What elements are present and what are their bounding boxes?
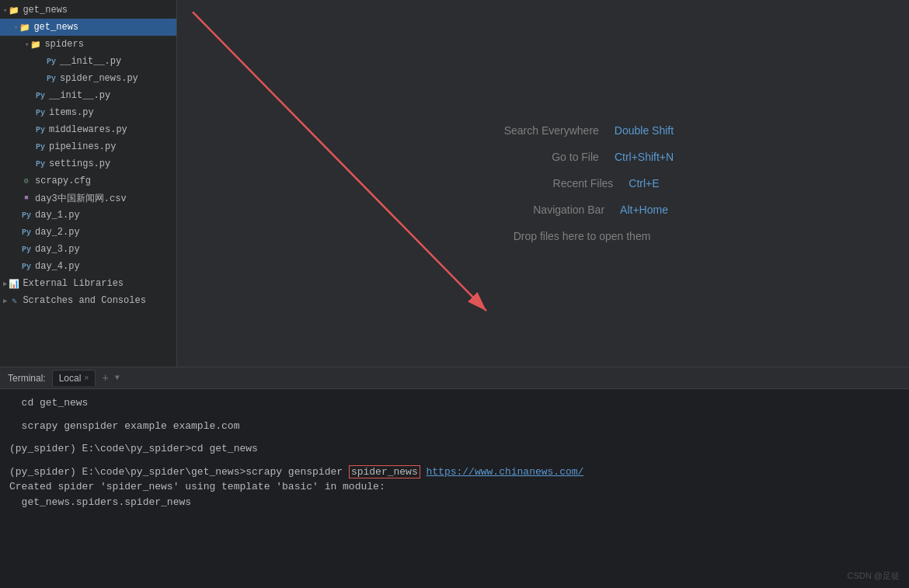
tree-label: get_news xyxy=(23,5,68,16)
terminal-blank xyxy=(9,411,900,419)
hint-recent-files: Recent Files Ctrl+E xyxy=(504,177,659,190)
tree-label: day_1.py xyxy=(35,210,80,221)
terminal-tab-local[interactable]: Local × xyxy=(52,370,96,386)
py-icon: Py xyxy=(34,141,47,153)
tree-label: day3中国新闻网.csv xyxy=(35,192,127,205)
tree-label: settings.py xyxy=(49,158,110,169)
scratches-icon: ✎ xyxy=(8,294,20,307)
tree-label: day_2.py xyxy=(35,227,80,238)
folder-icon: 📁 xyxy=(30,38,42,50)
tree-label: day_3.py xyxy=(35,244,80,255)
tree-item-get-news-sub[interactable]: ▾ 📁 get_news xyxy=(0,19,176,36)
terminal-cmd-line: (py_spider) E:\code\py_spider\get_news>s… xyxy=(9,464,900,480)
hint-label: Recent Files xyxy=(504,177,613,190)
folder-icon: 📁 xyxy=(19,21,31,33)
tree-label: __init__.py xyxy=(60,56,121,67)
tree-label: pipelines.py xyxy=(49,141,116,152)
terminal-add-icon[interactable]: + xyxy=(102,372,108,384)
tree-label: get_news xyxy=(33,22,78,33)
terminal-tab-name: Local xyxy=(59,373,82,384)
hint-label: Go to File xyxy=(490,151,599,163)
main-area: ▾ 📁 get_news ▾ 📁 get_news ▾ 📁 spiders Py… xyxy=(0,0,909,367)
tree-item-spider-news[interactable]: Py spider_news.py xyxy=(0,70,176,87)
terminal-blank xyxy=(9,457,900,464)
watermark: CSDN @足徒 xyxy=(848,570,900,582)
hint-drop-files: Drop files here to open them xyxy=(514,230,651,242)
tree-item-scratches[interactable]: ▶ ✎ Scratches and Consoles xyxy=(0,292,176,309)
terminal-line: cd get_news xyxy=(9,395,900,411)
tree-item-day4[interactable]: Py day_4.py xyxy=(0,258,176,275)
tree-label: middlewares.py xyxy=(49,124,127,135)
tree-item-external-libs[interactable]: ▶ 📊 External Libraries xyxy=(0,275,176,292)
tree-label: Scratches and Consoles xyxy=(23,295,145,306)
arrow-icon: ▾ xyxy=(25,40,29,49)
py-icon: Py xyxy=(45,55,57,68)
tree-label: spiders xyxy=(44,39,83,50)
tree-item-pipelines[interactable]: Py pipelines.py xyxy=(0,138,176,155)
hint-navigation-bar: Navigation Bar Alt+Home xyxy=(496,204,668,216)
hint-go-to-file: Go to File Ctrl+Shift+N xyxy=(490,151,674,163)
tree-item-scrapy-cfg[interactable]: ⚙ scrapy.cfg xyxy=(0,172,176,190)
terminal-highlight-spider-news: spider_news xyxy=(349,465,420,478)
file-tree-sidebar: ▾ 📁 get_news ▾ 📁 get_news ▾ 📁 spiders Py… xyxy=(0,0,177,367)
hint-shortcut: Alt+Home xyxy=(620,204,668,216)
tree-item-middlewares[interactable]: Py middlewares.py xyxy=(0,121,176,138)
folder-icon: 📁 xyxy=(8,4,20,16)
tree-item-get-news-root[interactable]: ▾ 📁 get_news xyxy=(0,2,176,19)
arrow-icon: ▾ xyxy=(3,6,7,15)
tree-item-init-spiders[interactable]: Py __init__.py xyxy=(0,53,176,70)
tree-item-day2[interactable]: Py day_2.py xyxy=(0,224,176,241)
csv-icon: ■ xyxy=(20,192,33,204)
tree-item-settings[interactable]: Py settings.py xyxy=(0,155,176,172)
terminal-prompt: (py_spider) E:\code\py_spider\get_news>s… xyxy=(9,466,349,478)
terminal-close-icon[interactable]: × xyxy=(84,374,89,383)
py-icon: Py xyxy=(20,209,33,221)
hint-shortcut: Double Shift xyxy=(615,124,674,137)
py-icon: Py xyxy=(45,72,57,85)
py-icon: Py xyxy=(34,89,47,102)
terminal-blank xyxy=(9,433,900,441)
arrow-icon: ▶ xyxy=(3,280,7,288)
libs-icon: 📊 xyxy=(8,277,20,290)
terminal-tab-label: Terminal: xyxy=(8,373,46,384)
hint-shortcut: Ctrl+E xyxy=(629,177,659,190)
terminal-chevron-icon[interactable]: ▼ xyxy=(115,374,120,382)
tree-label: External Libraries xyxy=(23,278,124,289)
tree-item-init-root[interactable]: Py __init__.py xyxy=(0,87,176,104)
tree-item-day3[interactable]: Py day_3.py xyxy=(0,241,176,258)
hint-drop-label: Drop files here to open them xyxy=(514,230,651,242)
py-icon: Py xyxy=(34,158,47,170)
terminal-area: Terminal: Local × + ▼ cd get_news scrapy… xyxy=(0,367,909,588)
hint-search-everywhere: Search Everywhere Double Shift xyxy=(490,124,674,137)
py-icon: Py xyxy=(34,106,47,119)
py-icon: Py xyxy=(20,243,33,256)
py-icon: Py xyxy=(20,226,33,238)
arrow-icon: ▶ xyxy=(3,297,7,305)
tree-item-items[interactable]: Py items.py xyxy=(0,104,176,121)
editor-content: Search Everywhere Double Shift Go to Fil… xyxy=(177,0,909,367)
hint-shortcut: Ctrl+Shift+N xyxy=(615,151,674,163)
hint-label: Search Everywhere xyxy=(490,124,599,137)
tree-item-csv[interactable]: ■ day3中国新闻网.csv xyxy=(0,190,176,207)
tree-item-day1[interactable]: Py day_1.py xyxy=(0,207,176,224)
terminal-body[interactable]: cd get_news scrapy genspider example exa… xyxy=(0,389,909,588)
terminal-header: Terminal: Local × + ▼ xyxy=(0,367,909,389)
tree-label: scrapy.cfg xyxy=(35,176,91,186)
terminal-link-url[interactable]: https://www.chinanews.com/ xyxy=(427,466,584,478)
terminal-link-space xyxy=(420,466,427,478)
cfg-icon: ⚙ xyxy=(20,175,33,187)
tree-label: day_4.py xyxy=(35,261,80,272)
terminal-line: scrapy genspider example example.com xyxy=(9,419,900,434)
arrow-icon: ▾ xyxy=(14,23,18,32)
editor-area: Search Everywhere Double Shift Go to Fil… xyxy=(177,0,909,367)
hint-label: Navigation Bar xyxy=(496,204,604,216)
tree-label: items.py xyxy=(49,107,94,118)
py-icon: Py xyxy=(20,260,33,273)
tree-item-spiders[interactable]: ▾ 📁 spiders xyxy=(0,36,176,53)
py-icon: Py xyxy=(34,124,47,136)
terminal-line: Created spider 'spider_news' using templ… xyxy=(9,479,900,495)
terminal-line: (py_spider) E:\code\py_spider>cd get_new… xyxy=(9,441,900,457)
terminal-line: get_news.spiders.spider_news xyxy=(9,495,900,510)
tree-label: __init__.py xyxy=(49,90,110,101)
tree-label: spider_news.py xyxy=(60,73,138,84)
